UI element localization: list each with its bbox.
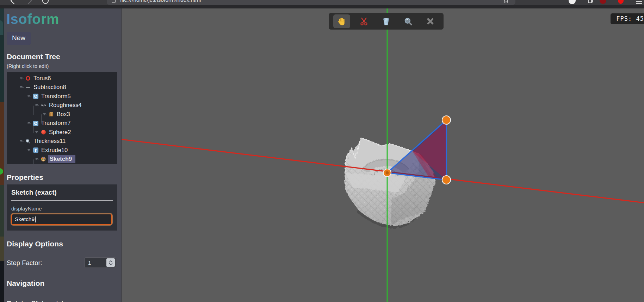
rotate-help-line: Rotate: Click and drag — [7, 300, 121, 302]
badge-icon[interactable] — [600, 0, 606, 4]
bookmark-star-icon[interactable] — [503, 0, 509, 3]
divider — [11, 200, 113, 201]
document-tree-hint: (Right click to edit) — [7, 63, 121, 69]
transform-icon — [33, 94, 38, 99]
roughness-icon — [41, 102, 46, 108]
expander-icon[interactable] — [20, 77, 23, 80]
rotate-text: Click and drag — [29, 300, 73, 302]
rotate-label: Rotate: — [7, 300, 29, 302]
navigation-heading: Navigation — [7, 279, 121, 288]
spinner-down-icon[interactable] — [109, 263, 113, 265]
expander-icon[interactable] — [20, 86, 23, 88]
tree-item-torus6[interactable]: Torus6 — [7, 74, 117, 83]
sidebar: Isoform New Document Tree (Right click t… — [4, 8, 122, 302]
expander-icon[interactable] — [35, 104, 38, 106]
step-factor-value[interactable]: 1 — [85, 260, 106, 266]
expander-icon[interactable] — [35, 158, 38, 160]
tree-item-extrude10[interactable]: Extrude10 — [7, 146, 117, 155]
spinner-buttons[interactable] — [106, 258, 115, 267]
properties-heading: Properties — [7, 173, 121, 182]
displayname-value: Sketch9 — [15, 216, 35, 222]
vertex-handle-origin-center — [386, 171, 389, 175]
cut-tool-button[interactable] — [355, 14, 372, 28]
zoom-tool-button[interactable] — [400, 14, 417, 28]
tree-item-subtraction8[interactable]: Subtraction8 — [7, 83, 117, 92]
step-factor-input[interactable]: 1 — [85, 257, 116, 268]
vertex-handle-bottom[interactable] — [442, 176, 451, 184]
box-icon — [48, 112, 54, 117]
spinner-up-icon[interactable] — [109, 260, 113, 263]
tree-item-sketch9[interactable]: Sketch9 — [7, 155, 117, 164]
url-text[interactable]: file:///home/jes/isoform/index.html — [120, 0, 201, 3]
desktop-edge-sliver — [0, 8, 4, 302]
shield-icon[interactable] — [617, 0, 624, 4]
viewport-toolbar — [329, 13, 444, 30]
tree-item-sphere2[interactable]: Sphere2 — [7, 128, 117, 137]
document-tree: Torus6 Subtraction8 Transform5 Roughness… — [7, 72, 117, 164]
displayname-label: displayName — [11, 206, 113, 212]
expander-icon[interactable] — [20, 140, 23, 142]
expander-icon[interactable] — [27, 149, 30, 151]
tree-item-box3[interactable]: Box3 — [7, 110, 117, 119]
back-icon[interactable] — [9, 0, 17, 5]
scene-canvas[interactable] — [122, 8, 644, 302]
delete-tool-button[interactable] — [378, 14, 395, 28]
extrude-icon — [33, 147, 38, 153]
expander-icon[interactable] — [43, 113, 46, 115]
node-type-label: Sketch (exact) — [11, 189, 113, 196]
reload-icon[interactable] — [42, 0, 49, 5]
new-button[interactable]: New — [7, 32, 31, 45]
forward-icon[interactable] — [25, 0, 33, 5]
properties-panel: Sketch (exact) displayName Sketch9 — [7, 184, 117, 231]
tree-item-thickness11[interactable]: Thickness11 — [7, 137, 117, 146]
page-icon — [112, 0, 116, 3]
close-x-icon — [426, 17, 435, 26]
vertex-handle-top[interactable] — [442, 116, 451, 124]
pan-tool-button[interactable] — [333, 14, 350, 28]
expander-icon[interactable] — [35, 131, 38, 133]
palette-icon — [41, 156, 46, 162]
trash-icon — [382, 17, 391, 26]
expander-icon[interactable] — [27, 122, 30, 124]
account-icon[interactable] — [569, 0, 576, 4]
magnifier-icon — [404, 17, 413, 26]
tree-item-transform5[interactable]: Transform5 — [7, 92, 117, 101]
hand-icon — [337, 17, 347, 26]
url-bar[interactable]: file:///home/jes/isoform/index.html — [107, 0, 515, 5]
fps-counter: FPS: 45 — [611, 13, 644, 24]
extension-icon[interactable] — [587, 0, 594, 4]
scissors-icon — [359, 17, 369, 26]
tree-item-transform7[interactable]: Transform7 — [7, 119, 117, 128]
tree-item-roughness4[interactable]: Roughness4 — [7, 101, 117, 110]
transform-icon — [33, 120, 38, 126]
magnifier-icon — [25, 138, 31, 144]
display-options-heading: Display Options — [7, 240, 121, 248]
close-tool-button[interactable] — [422, 14, 439, 28]
expander-icon[interactable] — [27, 95, 30, 97]
torus-icon — [25, 76, 31, 81]
menu-icon[interactable] — [636, 0, 643, 4]
chrome-lower-strip — [0, 5, 644, 8]
document-tree-heading: Document Tree — [7, 52, 121, 61]
viewport-3d[interactable]: FPS: 45 — [122, 8, 644, 302]
sphere-icon — [41, 130, 46, 135]
app-title: Isoform — [6, 11, 59, 27]
subtraction-icon — [25, 84, 31, 90]
step-factor-label: Step Factor: — [7, 259, 42, 266]
browser-chrome: file:///home/jes/isoform/index.html — [0, 0, 644, 8]
text-caret — [35, 216, 36, 222]
displayname-input[interactable]: Sketch9 — [11, 214, 112, 225]
